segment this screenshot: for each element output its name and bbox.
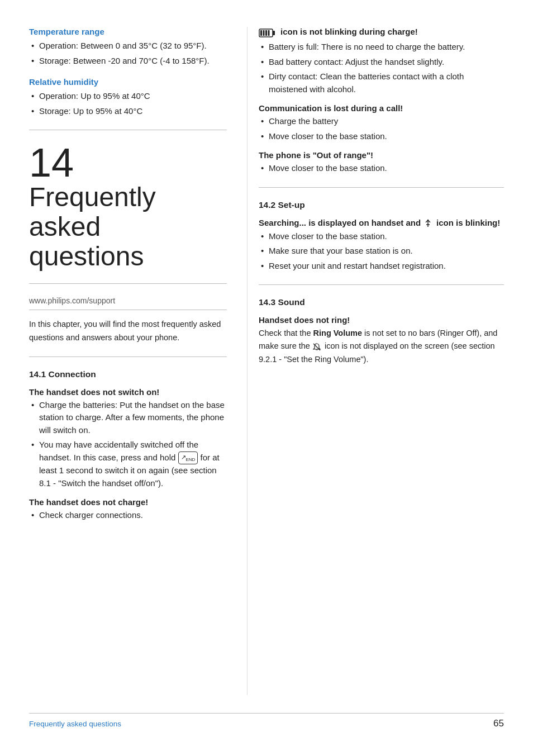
right-column: icon is not blinking during charge! Batt… <box>247 27 504 695</box>
main-content: Temperature range Operation: Between 0 a… <box>29 27 504 695</box>
out-of-range-heading: The phone is "Out of range"! <box>259 150 504 160</box>
list-item: Reset your unit and restart handset regi… <box>259 260 504 273</box>
chapter-url: www.philips.com/support <box>29 296 227 310</box>
battery-blink-label: icon is not blinking during charge! <box>280 27 418 36</box>
svg-rect-5 <box>268 30 270 36</box>
humidity-list: Operation: Up to 95% at 40°C Storage: Up… <box>29 90 227 117</box>
footer: Frequently asked questions 65 <box>29 713 504 729</box>
bell-icon <box>312 341 321 353</box>
list-item: Move closer to the base station. <box>259 230 504 243</box>
svg-rect-3 <box>263 30 265 36</box>
list-item: Battery is full: There is no need to cha… <box>259 41 504 54</box>
temperature-range-heading: Temperature range <box>29 27 227 36</box>
list-item: Bad battery contact: Adjust the handset … <box>259 56 504 69</box>
svg-rect-1 <box>273 31 275 35</box>
list-item: You may have accidentally switched off t… <box>29 439 227 489</box>
chapter-number: 14 <box>29 142 227 183</box>
handset-no-charge-heading: The handset does not charge! <box>29 497 227 507</box>
divider-right-1 <box>259 187 504 188</box>
list-item: Dirty contact: Clean the batteries conta… <box>259 70 504 96</box>
searching-heading: Searching... is displayed on handset and… <box>259 218 504 228</box>
list-item: Operation: Up to 95% at 40°C <box>29 90 227 103</box>
chapter-title-line1: Frequently asked <box>29 182 156 241</box>
divider-right-2 <box>259 284 504 285</box>
ring-volume-bold: Ring Volume <box>313 329 363 337</box>
ring-text-1: Check that the <box>259 329 313 337</box>
searching-text-2: icon is blinking! <box>436 218 500 227</box>
handset-no-ring-heading: Handset does not ring! <box>259 315 504 325</box>
list-item: Move closer to the base station. <box>259 130 504 143</box>
left-column: Temperature range Operation: Between 0 a… <box>29 27 247 695</box>
chapter-title-line2: questions <box>29 241 144 271</box>
divider-3 <box>29 356 227 357</box>
handset-no-switch-list: Charge the batteries: Put the handset on… <box>29 399 227 490</box>
temperature-list: Operation: Between 0 and 35°C (32 to 95°… <box>29 40 227 67</box>
list-item: Storage: Between -20 and 70°C (-4 to 158… <box>29 55 227 68</box>
chapter-intro: In this chapter, you will find the most … <box>29 318 227 344</box>
handset-no-ring-text: Check that the Ring Volume is not set to… <box>259 327 504 366</box>
section-setup: 14.2 Set-up <box>259 200 504 210</box>
battery-icon <box>259 27 275 39</box>
chapter-title: Frequently asked questions <box>29 183 227 271</box>
list-item: Make sure that your base station is on. <box>259 245 504 258</box>
searching-text: Searching... is displayed on handset and <box>259 218 421 227</box>
svg-rect-2 <box>260 30 262 36</box>
comm-lost-heading: Communication is lost during a call! <box>259 103 504 113</box>
list-item: Charge the battery <box>259 115 504 128</box>
section-connection: 14.1 Connection <box>29 369 227 379</box>
svg-point-10 <box>427 220 429 221</box>
switch-text-1: You may have accidentally switched off t… <box>39 440 198 462</box>
footer-page-number: 65 <box>493 718 504 729</box>
section-sound: 14.3 Sound <box>259 297 504 307</box>
footer-label: Frequently asked questions <box>29 720 121 728</box>
chapter-title-block: 14 Frequently asked questions <box>29 142 227 271</box>
divider-2 <box>29 283 227 284</box>
handset-no-charge-list: Check charger connections. <box>29 509 227 522</box>
handset-no-switch-heading: The handset does not switch on! <box>29 387 227 397</box>
battery-blink-heading: icon is not blinking during charge! <box>259 27 504 39</box>
list-item: Operation: Between 0 and 35°C (32 to 95°… <box>29 40 227 53</box>
out-of-range-list: Move closer to the base station. <box>259 162 504 175</box>
list-item: Move closer to the base station. <box>259 162 504 175</box>
divider-1 <box>29 130 227 130</box>
list-item: Storage: Up to 95% at 40°C <box>29 105 227 118</box>
battery-blink-list: Battery is full: There is no need to cha… <box>259 41 504 96</box>
antennae-icon <box>423 218 433 228</box>
humidity-heading: Relative humidity <box>29 77 227 87</box>
list-item: Charge the batteries: Put the handset on… <box>29 399 227 437</box>
comm-lost-list: Charge the battery Move closer to the ba… <box>259 115 504 142</box>
end-key-icon: ↗END <box>178 451 198 464</box>
svg-rect-4 <box>265 30 267 36</box>
searching-list: Move closer to the base station. Make su… <box>259 230 504 273</box>
list-item: Check charger connections. <box>29 509 227 522</box>
page: Temperature range Operation: Between 0 a… <box>0 0 533 756</box>
